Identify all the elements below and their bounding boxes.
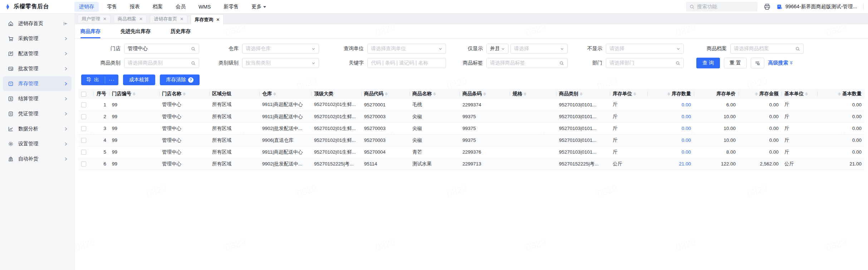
sort-icon[interactable] — [633, 92, 636, 96]
cost-accounting-button[interactable]: 成本核算 — [123, 74, 155, 85]
column-header-基本数量[interactable]: 基本数量 — [817, 89, 864, 99]
close-icon[interactable]: ✕ — [103, 17, 107, 21]
不显示-select[interactable]: 请选择 — [606, 44, 684, 54]
account-menu[interactable]: 99664-新界面商超版测试-管理... — [777, 4, 857, 10]
column-header-仓库[interactable]: 仓库 — [259, 89, 311, 99]
only-show-select[interactable]: 请选择 — [510, 44, 568, 54]
stock-qty-link[interactable]: 0.00 — [682, 126, 691, 131]
nav-item-零售[interactable]: 零售 — [102, 2, 122, 12]
sort-icon[interactable] — [755, 92, 758, 96]
sidebar-item-配送管理[interactable]: 配送管理 — [3, 46, 72, 61]
商品类别-input[interactable]: 请选择商品类别 — [124, 58, 199, 68]
sidebar-item-批发管理[interactable]: 批发管理 — [3, 61, 72, 76]
column-header-库存金额[interactable]: 库存金额 — [739, 89, 781, 99]
column-header-商品条码[interactable]: 商品条码 — [460, 89, 510, 99]
nav-item-档案[interactable]: 档案 — [148, 2, 167, 12]
sidebar-item-自动补货[interactable]: 自动补货 — [3, 151, 72, 166]
row-checkbox[interactable] — [81, 102, 86, 107]
query-button[interactable]: 查 询 — [696, 58, 720, 68]
sidebar-item-设置管理[interactable]: 设置管理 — [3, 136, 72, 151]
nav-item-WMS[interactable]: WMS — [194, 2, 215, 11]
sort-icon[interactable] — [667, 92, 670, 96]
sort-icon[interactable] — [273, 92, 276, 96]
nav-item-进销存[interactable]: 进销存 — [74, 2, 99, 12]
chevron-right-icon[interactable] — [64, 97, 68, 101]
商品档案-input[interactable]: 请选择商品档案 — [730, 44, 804, 54]
nav-item-会员[interactable]: 会员 — [171, 2, 190, 12]
chevron-right-icon[interactable] — [64, 82, 68, 86]
nav-item-新零售[interactable]: 新零售 — [219, 2, 243, 12]
row-checkbox[interactable] — [81, 150, 86, 155]
sort-icon[interactable] — [805, 92, 808, 96]
column-header-库存数量[interactable]: 库存数量 — [647, 89, 694, 99]
sort-icon[interactable] — [433, 92, 436, 96]
tab-商品档案[interactable]: 商品档案✕ — [114, 15, 147, 23]
inventory-clear-button[interactable]: 库存清除 ? — [160, 74, 200, 85]
column-header-规格[interactable]: 规格 — [510, 89, 556, 99]
stock-qty-link[interactable]: 0.00 — [682, 138, 691, 143]
logic-select[interactable]: 并且 — [486, 44, 509, 54]
chevron-right-icon[interactable] — [64, 52, 68, 56]
column-header-商品类别[interactable]: 商品类别 — [556, 89, 610, 99]
advanced-search-link[interactable]: 高级搜索 — [768, 60, 793, 66]
sort-icon[interactable] — [385, 92, 388, 96]
tab-进销存首页[interactable]: 进销存首页✕ — [150, 15, 187, 23]
printer-icon[interactable] — [764, 4, 770, 10]
chevron-right-icon[interactable] — [64, 112, 68, 116]
select-all-checkbox[interactable] — [81, 92, 86, 97]
查询单位-select[interactable]: 请选择查询单位 — [367, 44, 446, 54]
sidebar-item-凭证管理[interactable]: 凭证管理 — [3, 106, 72, 121]
sidebar-item-库存管理[interactable]: 库存管理 — [3, 76, 72, 91]
column-header-库存单位[interactable]: 库存单位 — [610, 89, 647, 99]
nav-item-报表[interactable]: 报表 — [125, 2, 144, 12]
saved-filter-icon-button[interactable] — [751, 58, 764, 68]
stock-qty-link[interactable]: 21.00 — [679, 161, 691, 167]
reset-button[interactable]: 重 置 — [724, 58, 747, 68]
row-checkbox[interactable] — [81, 114, 86, 119]
column-header-商品代码[interactable]: 商品代码 — [361, 89, 410, 99]
row-checkbox[interactable] — [81, 161, 86, 167]
关键字-input[interactable]: 代码 | 条码 | 速记码 | 名称 — [367, 58, 446, 68]
close-icon[interactable]: ✕ — [180, 17, 183, 21]
tab-库存查询[interactable]: 库存查询✕ — [191, 14, 224, 24]
chevron-right-icon[interactable] — [64, 157, 68, 161]
close-icon[interactable]: ✕ — [216, 18, 220, 22]
close-icon[interactable]: ✕ — [139, 17, 143, 21]
subtab-先进先出库存[interactable]: 先进先出库存 — [121, 24, 151, 38]
仓库-select[interactable]: 请选择仓库 — [242, 44, 319, 54]
chevron-right-icon[interactable] — [64, 142, 68, 146]
sidebar-item-采购管理[interactable]: 采购管理 — [3, 31, 72, 46]
row-checkbox[interactable] — [81, 126, 86, 131]
chevron-right-icon[interactable] — [64, 37, 68, 41]
help-question-icon[interactable]: ? — [188, 77, 193, 83]
export-label[interactable]: 导 出 — [81, 74, 105, 85]
stock-qty-link[interactable]: 0.00 — [682, 102, 691, 107]
subtab-历史库存[interactable]: 历史库存 — [171, 24, 191, 38]
row-checkbox[interactable] — [81, 138, 86, 143]
sort-icon[interactable] — [580, 92, 583, 96]
sort-icon[interactable] — [183, 92, 186, 96]
sort-icon[interactable] — [133, 92, 136, 96]
sort-icon[interactable] — [483, 92, 486, 96]
export-button[interactable]: 导 出 ··· — [81, 74, 118, 85]
global-search-input[interactable]: 搜索功能 — [686, 2, 757, 11]
column-header-门店编号[interactable]: 门店编号 — [109, 89, 159, 99]
门店-input[interactable]: 管理中心 — [124, 44, 199, 54]
column-header-门店名称[interactable]: 门店名称 — [159, 89, 209, 99]
column-header-商品名称[interactable]: 商品名称 — [410, 89, 460, 99]
stock-qty-link[interactable]: 0.00 — [682, 114, 691, 119]
export-more-button[interactable]: ··· — [105, 74, 118, 85]
stock-qty-link[interactable]: 0.00 — [682, 149, 691, 155]
sidebar-item-进销存首页[interactable]: 进销存首页 — [3, 16, 72, 31]
chevron-right-icon[interactable] — [64, 127, 68, 131]
tab-用户管理[interactable]: 用户管理✕ — [78, 15, 111, 23]
nav-item-更多[interactable]: 更多 — [247, 2, 271, 12]
subtab-商品库存[interactable]: 商品库存 — [80, 24, 100, 38]
sidebar-item-结算管理[interactable]: $结算管理 — [3, 91, 72, 106]
类别级别-select[interactable]: 按当前类别 — [242, 58, 319, 68]
sort-icon[interactable] — [524, 92, 526, 96]
column-header-基本单位[interactable]: 基本单位 — [781, 89, 817, 99]
sidebar-item-数据分析[interactable]: 数据分析 — [3, 121, 72, 136]
部门-input[interactable]: 请选择部门 — [606, 58, 684, 68]
sidebar-collapse-icon[interactable] — [63, 21, 68, 26]
